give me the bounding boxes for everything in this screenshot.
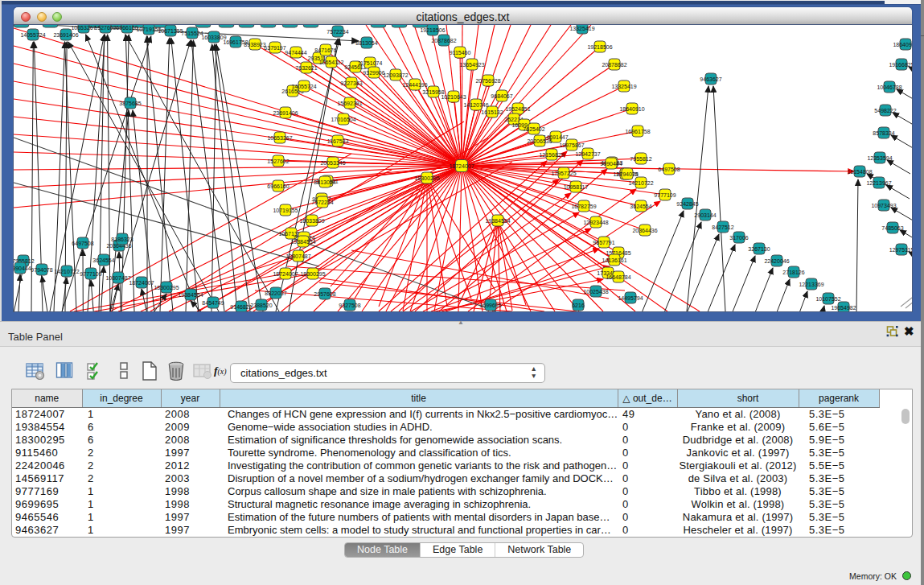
svg-text:12156829: 12156829 <box>539 152 564 158</box>
svg-text:3875685: 3875685 <box>119 101 141 106</box>
svg-text:2903144: 2903144 <box>694 212 716 218</box>
svg-text:2388520: 2388520 <box>250 303 272 308</box>
svg-text:16648784: 16648784 <box>606 274 630 280</box>
svg-text:14055724: 14055724 <box>291 84 316 89</box>
svg-text:6379197: 6379197 <box>264 45 285 51</box>
svg-text:8813054: 8813054 <box>355 40 377 46</box>
svg-text:12942737: 12942737 <box>575 151 600 157</box>
svg-text:12975115: 12975115 <box>889 247 912 253</box>
svg-text:16782759: 16782759 <box>571 204 596 209</box>
svg-text:6216: 6216 <box>572 303 585 308</box>
svg-text:14495794: 14495794 <box>618 295 643 301</box>
svg-text:1527602: 1527602 <box>267 159 289 164</box>
svg-text:9777109: 9777109 <box>80 271 101 277</box>
svg-text:9242845: 9242845 <box>676 201 698 207</box>
svg-text:11751074: 11751074 <box>358 60 383 66</box>
svg-text:8578334: 8578334 <box>873 130 894 136</box>
svg-text:9699695: 9699695 <box>479 303 501 308</box>
svg-text:13325419: 13325419 <box>611 84 636 89</box>
svg-text:10958117: 10958117 <box>564 184 589 190</box>
svg-text:19384554: 19384554 <box>178 292 203 298</box>
svg-text:10671355: 10671355 <box>158 28 183 34</box>
svg-text:23691406: 23691406 <box>273 110 298 116</box>
svg-text:15692391: 15692391 <box>337 101 362 106</box>
svg-text:16033809: 16033809 <box>299 218 324 224</box>
svg-text:7515524: 7515524 <box>181 31 203 36</box>
svg-text:18300295: 18300295 <box>300 271 325 277</box>
svg-text:8813054: 8813054 <box>314 179 335 185</box>
svg-text:14210722: 14210722 <box>54 269 79 274</box>
svg-text:17957225: 17957225 <box>551 171 576 176</box>
svg-text:20878682: 20878682 <box>602 62 626 68</box>
svg-text:10653267: 10653267 <box>267 135 292 141</box>
svg-text:1527602: 1527602 <box>94 25 116 31</box>
svg-text:18300295: 18300295 <box>154 285 179 290</box>
svg-text:10653267: 10653267 <box>71 25 96 31</box>
svg-text:9777109: 9777109 <box>654 192 676 198</box>
svg-text:10973493: 10973493 <box>871 203 896 208</box>
svg-text:16154808: 16154808 <box>847 169 872 175</box>
svg-text:10654112: 10654112 <box>319 60 344 65</box>
svg-text:12923448: 12923448 <box>583 220 608 225</box>
svg-text:19218506: 19218506 <box>587 44 612 50</box>
svg-text:7572234: 7572234 <box>311 200 333 205</box>
svg-text:18300295: 18300295 <box>414 175 439 181</box>
svg-text:20878682: 20878682 <box>431 38 456 43</box>
svg-text:18640910: 18640910 <box>619 106 644 112</box>
svg-text:7955812: 7955812 <box>630 156 651 162</box>
svg-text:13325419: 13325419 <box>569 26 594 31</box>
svg-text:16961758: 16961758 <box>625 129 650 134</box>
svg-text:19384554: 19384554 <box>485 218 510 224</box>
svg-text:18724007: 18724007 <box>129 280 154 286</box>
svg-text:10210643: 10210643 <box>441 94 466 100</box>
svg-text:8938923: 8938923 <box>244 42 265 47</box>
svg-text:19975867: 19975867 <box>559 142 584 148</box>
svg-text:9474444: 9474444 <box>285 50 306 56</box>
svg-text:19384554: 19384554 <box>290 239 315 245</box>
svg-text:12444196: 12444196 <box>402 82 427 88</box>
svg-text:8322037: 8322037 <box>265 290 286 296</box>
svg-text:20364436: 20364436 <box>632 228 657 233</box>
svg-text:6966160: 6966160 <box>116 25 138 31</box>
svg-text:20053346: 20053346 <box>320 160 345 166</box>
svg-text:9990444: 9990444 <box>600 161 622 167</box>
svg-text:12213967: 12213967 <box>866 180 891 186</box>
svg-text:9329906: 9329906 <box>363 70 384 76</box>
svg-text:10046788: 10046788 <box>877 84 901 90</box>
svg-text:9794078: 9794078 <box>616 171 638 177</box>
svg-text:8186323: 8186323 <box>111 237 133 242</box>
svg-text:14210722: 14210722 <box>628 180 653 186</box>
svg-text:18724007: 18724007 <box>449 163 474 169</box>
svg-text:12093872: 12093872 <box>383 72 408 78</box>
svg-text:6966160: 6966160 <box>267 183 289 189</box>
svg-text:3624554: 3624554 <box>630 204 651 209</box>
svg-text:9657791: 9657791 <box>593 240 614 245</box>
svg-text:10807487: 10807487 <box>105 275 130 281</box>
svg-text:9227343: 9227343 <box>340 80 362 86</box>
svg-text:10719155: 10719155 <box>273 208 298 213</box>
svg-text:8427512: 8427512 <box>712 225 733 230</box>
svg-text:8454749: 8454749 <box>202 300 224 306</box>
svg-text:317006: 317006 <box>729 235 748 241</box>
svg-text:9990444: 9990444 <box>14 266 31 271</box>
svg-text:10025438: 10025438 <box>583 289 608 295</box>
svg-text:14136161: 14136161 <box>602 257 626 263</box>
svg-text:7572234: 7572234 <box>326 29 348 35</box>
svg-text:19218506: 19218506 <box>420 27 445 33</box>
svg-text:19524851: 19524851 <box>505 106 530 112</box>
svg-text:18724007: 18724007 <box>273 271 298 277</box>
svg-text:20756928: 20756928 <box>475 78 500 84</box>
svg-text:14055724: 14055724 <box>20 32 45 38</box>
svg-text:9794078: 9794078 <box>31 267 52 273</box>
svg-text:23691406: 23691406 <box>53 32 78 38</box>
svg-text:5498222: 5498222 <box>874 108 896 113</box>
svg-text:12213369: 12213369 <box>799 282 823 287</box>
svg-text:10107552: 10107552 <box>815 296 840 302</box>
svg-text:9327508: 9327508 <box>339 303 360 308</box>
svg-text:9463627: 9463627 <box>700 76 721 82</box>
svg-text:18640910: 18640910 <box>893 42 912 47</box>
svg-text:19166825: 19166825 <box>889 62 912 68</box>
svg-text:3624554: 3624554 <box>92 257 114 263</box>
svg-text:9115460: 9115460 <box>450 50 471 56</box>
svg-text:6497508: 6497508 <box>72 241 93 246</box>
